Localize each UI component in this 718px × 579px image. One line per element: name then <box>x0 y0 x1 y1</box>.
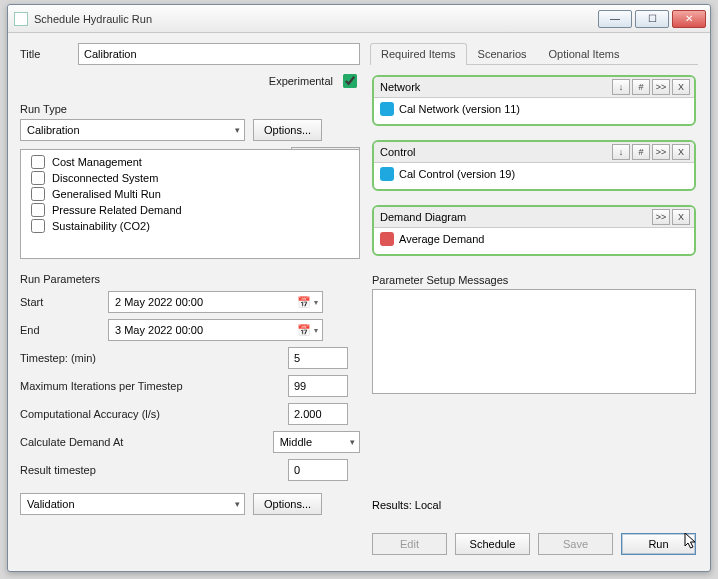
schedule-hydraulic-run-window: Schedule Hydraulic Run — ☐ ✕ Title Exper… <box>7 4 711 572</box>
demand-item: Average Demand <box>399 233 484 245</box>
demand-box: Demand Diagram >> X Average Demand <box>372 205 696 256</box>
chevron-down-icon: ▾ <box>235 499 240 509</box>
validation-value: Validation <box>27 498 75 510</box>
maxiter-row: Maximum Iterations per Timestep <box>20 375 360 397</box>
list-item[interactable]: Disconnected System <box>27 170 353 186</box>
validation-options-button[interactable]: Options... <box>253 493 322 515</box>
end-date-input[interactable]: 3 May 2022 00:00 📅▾ <box>108 319 323 341</box>
tab-bar: Required Items Scenarios Optional Items <box>370 43 698 65</box>
run-type-value: Calibration <box>27 124 80 136</box>
demand-mini-buttons: >> X <box>652 209 690 225</box>
calc-demand-row: Calculate Demand At Middle ▾ <box>20 431 360 453</box>
control-mini-buttons: ↓ # >> X <box>612 144 690 160</box>
opt-generalised-multi-run[interactable] <box>31 187 45 201</box>
hash-icon[interactable]: # <box>632 79 650 95</box>
titlebar: Schedule Hydraulic Run — ☐ ✕ <box>8 5 710 33</box>
clear-icon[interactable]: X <box>672 79 690 95</box>
control-body[interactable]: Cal Control (version 19) <box>374 163 694 189</box>
down-arrow-icon[interactable]: ↓ <box>612 144 630 160</box>
list-item[interactable]: Sustainability (CO2) <box>27 218 353 234</box>
end-label: End <box>20 324 100 336</box>
calendar-icon[interactable]: 📅▾ <box>297 296 318 309</box>
title-label: Title <box>20 48 70 60</box>
tab-required-items[interactable]: Required Items <box>370 43 467 65</box>
timestep-input[interactable] <box>288 347 348 369</box>
control-box: Control ↓ # >> X Cal Control (version 19… <box>372 140 696 191</box>
select-icon[interactable]: >> <box>652 79 670 95</box>
experimental-label: Experimental <box>269 75 333 87</box>
experimental-checkbox[interactable] <box>343 74 357 88</box>
network-box: Network ↓ # >> X Cal Network (version 11… <box>372 75 696 126</box>
hash-icon[interactable]: # <box>632 144 650 160</box>
control-item: Cal Control (version 19) <box>399 168 515 180</box>
action-row: Edit Schedule Save Run <box>372 533 696 555</box>
network-head: Network ↓ # >> X <box>374 77 694 98</box>
psm-box[interactable] <box>372 289 696 394</box>
close-button[interactable]: ✕ <box>672 10 706 28</box>
window-title: Schedule Hydraulic Run <box>34 13 598 25</box>
validation-row: Validation ▾ Options... <box>20 493 360 515</box>
control-icon <box>380 167 394 181</box>
run-type-options-button[interactable]: Options... <box>253 119 322 141</box>
run-type-combo[interactable]: Calibration ▾ <box>20 119 245 141</box>
left-panel: Title Experimental Run Type Calibration … <box>20 43 360 559</box>
title-input[interactable] <box>78 43 360 65</box>
app-icon <box>14 12 28 26</box>
schedule-button[interactable]: Schedule <box>455 533 530 555</box>
run-button[interactable]: Run <box>621 533 696 555</box>
calc-demand-value: Middle <box>280 436 312 448</box>
run-type-options-list[interactable]: Cost Management Disconnected System Gene… <box>20 149 360 259</box>
save-button: Save <box>538 533 613 555</box>
list-item[interactable]: Cost Management <box>27 154 353 170</box>
opt-disconnected-system[interactable] <box>31 171 45 185</box>
window-buttons: — ☐ ✕ <box>598 10 706 28</box>
control-head: Control ↓ # >> X <box>374 142 694 163</box>
required-items-body: Network ↓ # >> X Cal Network (version 11… <box>370 65 698 559</box>
result-ts-label: Result timestep <box>20 464 280 476</box>
calc-demand-combo[interactable]: Middle ▾ <box>273 431 360 453</box>
network-body[interactable]: Cal Network (version 11) <box>374 98 694 124</box>
results-label: Results: Local <box>372 489 696 511</box>
result-ts-row: Result timestep <box>20 459 360 481</box>
accuracy-label: Computational Accuracy (l/s) <box>20 408 280 420</box>
minimize-button[interactable]: — <box>598 10 632 28</box>
result-ts-input[interactable] <box>288 459 348 481</box>
maximize-button[interactable]: ☐ <box>635 10 669 28</box>
content-area: Title Experimental Run Type Calibration … <box>8 33 710 571</box>
list-item[interactable]: Pressure Related Demand <box>27 202 353 218</box>
demand-diagram-icon <box>380 232 394 246</box>
demand-head: Demand Diagram >> X <box>374 207 694 228</box>
timestep-label: Timestep: (min) <box>20 352 280 364</box>
list-item[interactable]: Generalised Multi Run <box>27 186 353 202</box>
psm-section: Parameter Setup Messages <box>372 270 696 394</box>
down-arrow-icon[interactable]: ↓ <box>612 79 630 95</box>
validation-combo[interactable]: Validation ▾ <box>20 493 245 515</box>
calendar-icon[interactable]: 📅▾ <box>297 324 318 337</box>
tab-optional-items[interactable]: Optional Items <box>538 43 631 65</box>
control-head-label: Control <box>380 146 415 158</box>
network-mini-buttons: ↓ # >> X <box>612 79 690 95</box>
timestep-row: Timestep: (min) <box>20 347 360 369</box>
end-date-value: 3 May 2022 00:00 <box>115 324 203 336</box>
end-row: End 3 May 2022 00:00 📅▾ <box>20 319 360 341</box>
maxiter-label: Maximum Iterations per Timestep <box>20 380 280 392</box>
select-icon[interactable]: >> <box>652 209 670 225</box>
edit-button: Edit <box>372 533 447 555</box>
clear-icon[interactable]: X <box>672 209 690 225</box>
start-row: Start 2 May 2022 00:00 📅▾ <box>20 291 360 313</box>
clear-icon[interactable]: X <box>672 144 690 160</box>
select-icon[interactable]: >> <box>652 144 670 160</box>
run-parameters-label: Run Parameters <box>20 273 360 285</box>
opt-sustainability-co2[interactable] <box>31 219 45 233</box>
run-type-row: Calibration ▾ Options... <box>20 119 360 141</box>
run-type-label: Run Type <box>20 103 360 115</box>
demand-body[interactable]: Average Demand <box>374 228 694 254</box>
opt-cost-management[interactable] <box>31 155 45 169</box>
opt-pressure-related-demand[interactable] <box>31 203 45 217</box>
calc-demand-label: Calculate Demand At <box>20 436 265 448</box>
maxiter-input[interactable] <box>288 375 348 397</box>
start-date-input[interactable]: 2 May 2022 00:00 📅▾ <box>108 291 323 313</box>
tab-scenarios[interactable]: Scenarios <box>467 43 538 65</box>
accuracy-row: Computational Accuracy (l/s) <box>20 403 360 425</box>
accuracy-input[interactable] <box>288 403 348 425</box>
